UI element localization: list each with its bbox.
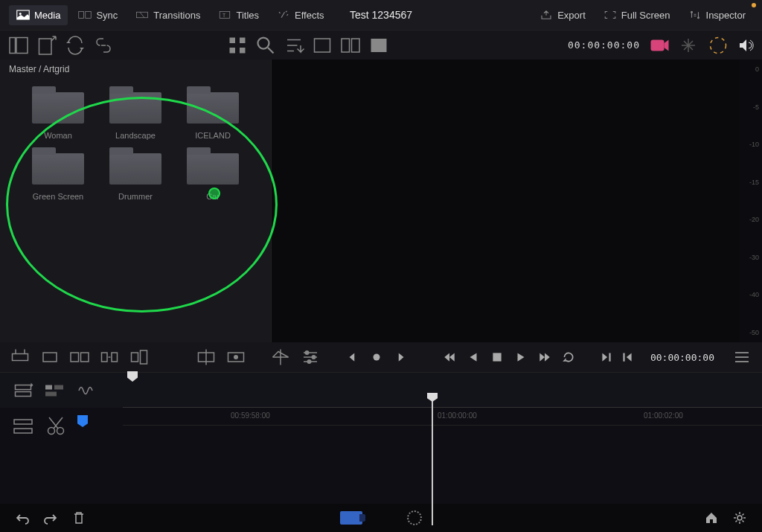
- loop-icon[interactable]: [562, 350, 575, 364]
- prev-frame-icon[interactable]: [346, 350, 359, 364]
- folder-iceland[interactable]: ICELAND: [176, 92, 250, 140]
- sync-clips-icon[interactable]: [64, 34, 86, 57]
- viewer-mode3-icon[interactable]: [368, 34, 390, 57]
- trim-tool2-icon[interactable]: [225, 346, 247, 368]
- scale-mark: -20: [743, 216, 759, 223]
- transitions-label: Transitions: [153, 10, 200, 21]
- bin-view-icon[interactable]: [7, 34, 30, 57]
- marker-tool-icon[interactable]: [707, 34, 729, 57]
- svg-rect-29: [43, 353, 57, 362]
- folder-landscape[interactable]: Landscape: [98, 92, 173, 140]
- sync-label: Sync: [96, 10, 118, 21]
- insert-tool5-icon[interactable]: [128, 346, 150, 368]
- marker-icon[interactable]: [77, 415, 88, 427]
- effects-icon: [277, 10, 290, 20]
- svg-rect-16: [240, 48, 246, 54]
- grid-view-icon[interactable]: [226, 34, 249, 57]
- fullscreen-label: Full Screen: [621, 10, 670, 21]
- tick-label: 01:00:00:00: [438, 411, 477, 420]
- insert-tool2-icon[interactable]: [39, 346, 61, 368]
- timeline-ruler-top[interactable]: [123, 373, 762, 408]
- svg-rect-14: [240, 37, 246, 43]
- tool-icon-1[interactable]: [677, 34, 699, 57]
- trim-tool1-icon[interactable]: [195, 346, 217, 368]
- folder-label: Woman: [44, 131, 72, 140]
- volume-icon[interactable]: [737, 36, 755, 54]
- svg-rect-24: [352, 39, 360, 52]
- reverse-play-icon[interactable]: [467, 350, 480, 364]
- folder-label: Drummer: [118, 192, 153, 201]
- cut-page-tab[interactable]: [340, 511, 362, 525]
- viewer-mode2-icon[interactable]: [339, 34, 362, 57]
- viewer-mode1-icon[interactable]: [311, 34, 333, 57]
- folder-icon: [109, 92, 161, 124]
- breadcrumb[interactable]: Master / Artgrid: [0, 60, 271, 79]
- goto-end-icon[interactable]: [600, 350, 613, 364]
- folder-drummer[interactable]: Drummer: [98, 153, 173, 201]
- timeline-header: [0, 372, 762, 408]
- top-toolbar: Media Sync Transitions T Titles Effects …: [0, 0, 762, 30]
- viewer-timecode: 00:00:00:00: [568, 39, 640, 51]
- workspace: Master / Artgrid Woman Landscape ICELAND…: [0, 60, 762, 342]
- trash-icon[interactable]: [71, 510, 86, 525]
- search-icon[interactable]: [254, 34, 277, 57]
- link-icon[interactable]: [92, 34, 115, 57]
- jog-icon[interactable]: [370, 350, 383, 364]
- svg-rect-2: [79, 12, 84, 19]
- folder-icon: [187, 153, 239, 185]
- insert-tool1-icon[interactable]: [9, 346, 31, 368]
- blade-icon[interactable]: [45, 415, 67, 438]
- stop-icon[interactable]: [490, 350, 504, 364]
- next-frame-icon[interactable]: [394, 350, 407, 364]
- timeline-ruler[interactable]: 00:59:58:00 01:00:00:00 01:00:02:00: [123, 408, 762, 426]
- timeline-tool3-icon[interactable]: [74, 379, 97, 402]
- insert-tool4-icon[interactable]: [98, 346, 121, 368]
- last-frame-icon[interactable]: [538, 350, 551, 364]
- source-playhead[interactable]: [127, 371, 138, 382]
- player-timecode: 00:00:00:00: [650, 352, 714, 363]
- goto-start-icon[interactable]: [621, 350, 634, 364]
- export-label: Export: [557, 10, 586, 21]
- first-frame-icon[interactable]: [443, 350, 456, 364]
- tick-label: 01:00:02:00: [644, 411, 683, 420]
- gear-icon[interactable]: [732, 510, 747, 525]
- export-button[interactable]: Export: [532, 5, 593, 25]
- record-icon[interactable]: [647, 34, 670, 57]
- transitions-tab[interactable]: Transitions: [128, 5, 208, 25]
- project-title: Test 1234567: [350, 9, 412, 21]
- folder-woman[interactable]: Woman: [21, 92, 95, 140]
- svg-point-45: [307, 359, 312, 364]
- menu-icon[interactable]: [731, 346, 753, 368]
- import-icon[interactable]: [36, 34, 58, 57]
- inspector-button[interactable]: Inspector: [681, 5, 753, 25]
- svg-point-8: [691, 11, 693, 13]
- playback-controls: [346, 350, 575, 364]
- media-tab[interactable]: Media: [9, 5, 68, 25]
- timeline-tool2-icon[interactable]: [43, 379, 65, 402]
- sync-tab[interactable]: Sync: [71, 5, 125, 25]
- svg-point-1: [19, 13, 22, 15]
- play-icon[interactable]: [514, 350, 528, 364]
- tool-toolbar: 00:00:00:00: [0, 30, 762, 60]
- effects-tab[interactable]: Effects: [269, 5, 332, 25]
- viewer[interactable]: 0 -5 -10 -15 -20 -30 -40 -50: [272, 60, 762, 342]
- sort-icon[interactable]: [283, 34, 305, 57]
- svg-rect-56: [14, 420, 32, 424]
- timeline-playhead[interactable]: [432, 400, 433, 525]
- timeline-tool1-icon[interactable]: [12, 379, 34, 402]
- track-view-icon[interactable]: [12, 415, 34, 438]
- redo-icon[interactable]: [43, 510, 58, 525]
- undo-icon[interactable]: [15, 510, 30, 525]
- folder-green-screen[interactable]: Green Screen: [21, 153, 95, 201]
- insert-tool3-icon[interactable]: [68, 346, 91, 368]
- home-icon[interactable]: [704, 510, 719, 525]
- titles-tab[interactable]: T Titles: [211, 5, 266, 25]
- svg-rect-15: [230, 48, 236, 54]
- svg-rect-53: [45, 385, 52, 389]
- svg-rect-10: [10, 37, 16, 53]
- fullscreen-button[interactable]: Full Screen: [596, 5, 678, 25]
- effects-controls-icon[interactable]: [269, 346, 292, 368]
- svg-rect-52: [16, 391, 31, 396]
- settings-controls-icon[interactable]: [299, 346, 321, 368]
- svg-point-46: [373, 354, 380, 361]
